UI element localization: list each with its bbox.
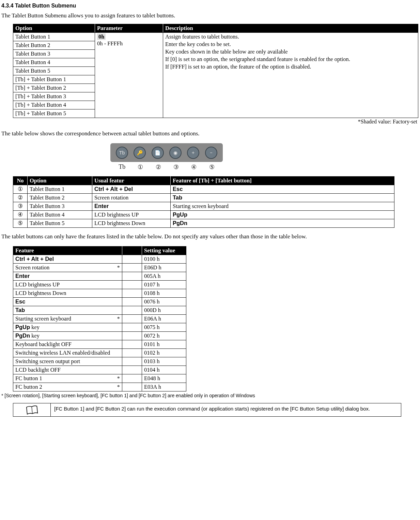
desc-cell: Assign features to tablet buttons. Enter…	[163, 33, 418, 118]
param-default: 0h	[97, 33, 106, 40]
feature-cell: FC button 1*	[13, 374, 122, 383]
options-table: Option Parameter Description Tablet Butt…	[13, 24, 418, 118]
value-cell: 0103 h	[142, 357, 186, 366]
col-description: Description	[163, 24, 418, 33]
star-cell	[122, 298, 142, 306]
table-row: ②Tablet Button 2Screen rotationTab	[13, 194, 394, 202]
tb-feature-cell: PgUp	[171, 211, 394, 219]
btn-label: ①	[138, 163, 143, 171]
col-option: Option	[13, 24, 95, 33]
tb-feature-cell: Tab	[171, 194, 394, 202]
feature-cell: Esc	[13, 298, 122, 306]
feature-cell: LCD brightness UP	[13, 281, 122, 289]
col-parameter: Parameter	[95, 24, 163, 33]
value-cell: E06D h	[142, 264, 186, 272]
col-tb-feature: Feature of [Tb] + [Tablet button]	[171, 177, 394, 185]
opt-cell: Tablet Button 2	[13, 41, 95, 50]
value-cell: E06A h	[142, 315, 186, 323]
star-cell	[122, 255, 142, 264]
no-cell: ④	[13, 211, 28, 219]
desc-line: If [0] is set to an option, the serigrap…	[165, 56, 416, 63]
table-row: Switching wireless LAN enabled/disabled0…	[13, 349, 186, 357]
info-note-box: [FC Button 1] and [FC Button 2] can run …	[13, 403, 401, 417]
opt-cell: [Tb] + Tablet Button 4	[13, 101, 95, 109]
star-marker: *	[117, 315, 120, 322]
table-row: Ctrl + Alt + Del0100 h	[13, 255, 186, 264]
option-cell: Tablet Button 2	[28, 194, 92, 202]
desc-line: If [FFFF] is set to an option, the featu…	[165, 63, 416, 70]
no-cell: ⑤	[13, 219, 28, 228]
star-cell	[122, 357, 142, 366]
usual-cell: Ctrl + Alt + Del	[92, 185, 171, 194]
desc-line: Enter the key codes to be set.	[165, 41, 416, 48]
value-cell: 0100 h	[142, 255, 186, 264]
usual-cell: LCD brightness UP	[92, 211, 171, 219]
star-cell	[122, 332, 142, 340]
feature-cell: LCD brightness Down	[13, 289, 122, 298]
table-row: Tab000D h	[13, 306, 186, 315]
hw-button-1-icon: 🔑	[134, 147, 146, 159]
table-row: Esc0076 h	[13, 298, 186, 306]
value-cell: 005A h	[142, 272, 186, 281]
table-row: ⑤Tablet Button 5LCD brightness DownPgDn	[13, 219, 394, 228]
features-paragraph: The tablet buttons can only have the fea…	[1, 233, 419, 240]
star-cell	[122, 272, 142, 281]
col-usual: Usual featur	[92, 177, 171, 185]
tablet-buttons-figure: Tb 🔑 📄 ◉ ＋ － Tb ① ② ③ ④ ⑤	[110, 143, 419, 171]
usual-cell: Enter	[92, 202, 171, 211]
hw-button-2-icon: 📄	[152, 147, 164, 159]
opt-cell: Tablet Button 3	[13, 50, 95, 58]
feature-cell: Enter	[13, 272, 122, 281]
table-row: ①Tablet Button 1Ctrl + Alt + DelEsc	[13, 185, 394, 194]
btn-label: ③	[173, 163, 179, 171]
star-cell	[122, 264, 142, 272]
option-cell: Tablet Button 1	[28, 185, 92, 194]
no-cell: ①	[13, 185, 28, 194]
value-cell: 000D h	[142, 306, 186, 315]
value-cell: 0108 h	[142, 289, 186, 298]
star-cell	[122, 340, 142, 349]
value-cell: E048 h	[142, 374, 186, 383]
btn-label: ②	[156, 163, 161, 171]
no-cell: ③	[13, 202, 28, 211]
table-row: Screen rotation*E06D h	[13, 264, 186, 272]
star-marker: *	[117, 264, 120, 271]
value-cell: 0101 h	[142, 340, 186, 349]
no-cell: ②	[13, 194, 28, 202]
value-cell: E03A h	[142, 383, 186, 391]
table-row: Starting screen keyboard*E06A h	[13, 315, 186, 323]
tb-feature-cell: PgDn	[171, 219, 394, 228]
hw-button-4-icon: ＋	[187, 147, 199, 159]
table-row: Switching screen output port0103 h	[13, 357, 186, 366]
opt-cell: [Tb] + Tablet Button 2	[13, 84, 95, 92]
shaded-footnote: *Shaded value: Factory-set	[1, 119, 419, 125]
features-table: Feature Setting value Ctrl + Alt + Del01…	[13, 246, 186, 391]
opt-cell: [Tb] + Tablet Button 1	[13, 75, 95, 84]
star-cell	[122, 374, 142, 383]
table-row: Keyboard backlight OFF0101 h	[13, 340, 186, 349]
tb-feature-cell: Esc	[171, 185, 394, 194]
correspondence-table: No Option Usual featur Feature of [Tb] +…	[13, 176, 394, 228]
feature-cell: Tab	[13, 306, 122, 315]
option-cell: Tablet Button 3	[28, 202, 92, 211]
star-cell	[122, 349, 142, 357]
star-footnote: * [Screen rotation], [Starting screen ke…	[1, 393, 419, 398]
star-cell	[122, 383, 142, 391]
table-row: LCD backlight OFF0104 h	[13, 366, 186, 374]
hw-button-3-icon: ◉	[169, 147, 182, 159]
desc-line: Key codes shown in the table below are o…	[165, 48, 416, 55]
opt-cell: Tablet Button 4	[13, 58, 95, 67]
table-row: LCD brightness UP0107 h	[13, 281, 186, 289]
opt-cell: [Tb] + Tablet Button 3	[13, 92, 95, 101]
param-cell: 0h 0h - FFFFh	[95, 33, 163, 118]
usual-cell: LCD brightness Down	[92, 219, 171, 228]
intro-paragraph: The Tablet Button Submenu allows you to …	[1, 12, 419, 19]
value-cell: 0075 h	[142, 323, 186, 332]
opt-cell: Tablet Button 1	[13, 33, 95, 41]
desc-line: Assign features to tablet buttons.	[165, 33, 416, 40]
section-heading: 4.3.4 Tablet Button Submenu	[1, 3, 419, 9]
star-cell	[122, 315, 142, 323]
opt-cell: Tablet Button 5	[13, 67, 95, 75]
feature-cell: Ctrl + Alt + Del	[13, 255, 122, 264]
star-cell	[122, 281, 142, 289]
